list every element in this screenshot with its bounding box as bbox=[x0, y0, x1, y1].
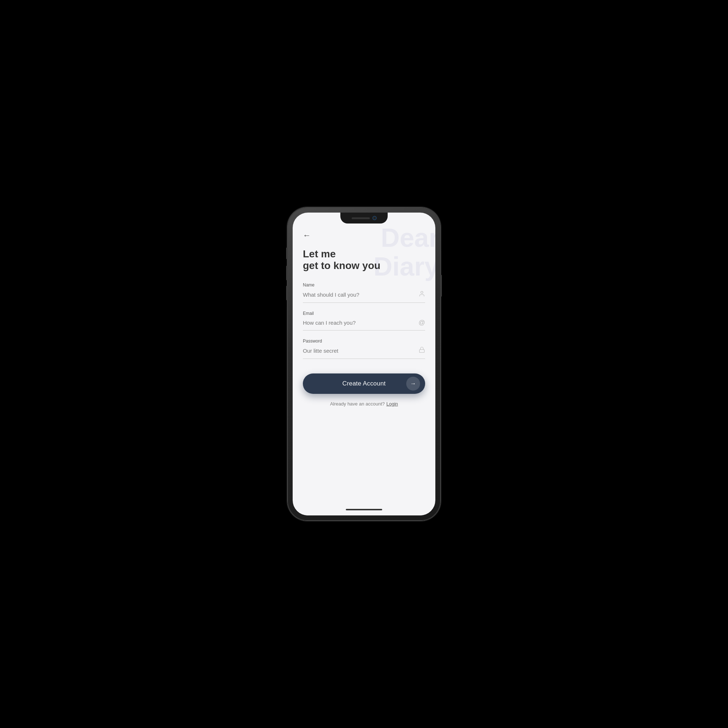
email-label: Email bbox=[303, 311, 425, 316]
volume-down-button bbox=[286, 286, 288, 300]
login-prompt: Already have an account? Login bbox=[303, 401, 425, 407]
heading: Let me get to know you bbox=[303, 248, 425, 272]
registration-form: Name Email bbox=[303, 283, 425, 407]
volume-up-button bbox=[286, 266, 288, 280]
silent-button bbox=[286, 248, 288, 259]
email-input[interactable] bbox=[303, 320, 416, 326]
name-input[interactable] bbox=[303, 292, 416, 298]
home-bar bbox=[346, 509, 382, 510]
person-icon bbox=[419, 291, 425, 299]
email-field-row: @ bbox=[303, 319, 425, 330]
login-prompt-text: Already have an account? bbox=[330, 401, 385, 407]
password-field-row bbox=[303, 347, 425, 359]
heading-line2: get to know you bbox=[303, 260, 425, 272]
phone-mockup: Dear Diary ← Let me get to know you Name bbox=[288, 208, 440, 520]
lock-icon bbox=[419, 347, 425, 355]
create-account-button[interactable]: Create Account → bbox=[303, 373, 425, 394]
phone-screen: Dear Diary ← Let me get to know you Name bbox=[293, 213, 435, 515]
create-account-arrow-icon: → bbox=[406, 377, 420, 391]
email-field-group: Email @ bbox=[303, 311, 425, 330]
create-account-label: Create Account bbox=[342, 380, 385, 387]
power-button bbox=[440, 275, 442, 297]
screen-content: Dear Diary ← Let me get to know you Name bbox=[293, 213, 435, 504]
svg-rect-1 bbox=[419, 349, 424, 352]
at-icon: @ bbox=[419, 319, 425, 327]
back-arrow-icon: ← bbox=[303, 231, 311, 240]
heading-line1: Let me bbox=[303, 248, 425, 260]
svg-point-0 bbox=[421, 291, 423, 294]
notch bbox=[340, 213, 388, 223]
password-field-group: Password bbox=[303, 338, 425, 359]
name-label: Name bbox=[303, 283, 425, 288]
back-button[interactable]: ← bbox=[303, 231, 311, 240]
front-camera bbox=[373, 216, 376, 220]
password-label: Password bbox=[303, 338, 425, 344]
home-indicator-area bbox=[293, 504, 435, 515]
name-field-row bbox=[303, 291, 425, 303]
name-field-group: Name bbox=[303, 283, 425, 303]
password-input[interactable] bbox=[303, 348, 416, 354]
speaker bbox=[352, 217, 370, 219]
login-link[interactable]: Login bbox=[386, 401, 398, 407]
